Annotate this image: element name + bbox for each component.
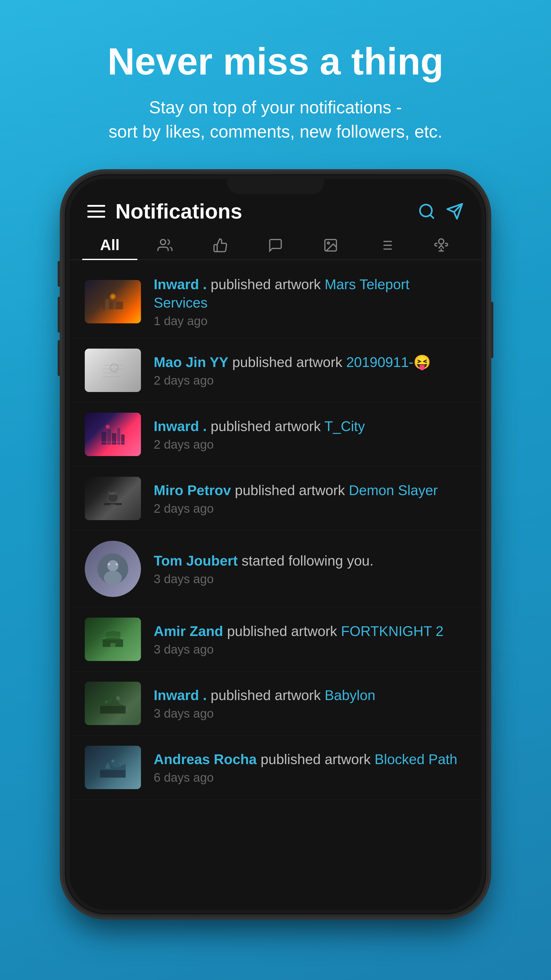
- promo-subtitle: Stay on top of your notifications -sort …: [107, 95, 444, 144]
- notification-action: published artwork: [235, 482, 349, 498]
- artwork-detail: [85, 348, 141, 392]
- artwork-thumbnail: [85, 280, 141, 323]
- notification-text: Andreas Rocha published artwork Blocked …: [154, 750, 466, 769]
- notification-action: published artwork: [261, 751, 374, 767]
- notification-action: published artwork: [211, 418, 324, 434]
- svg-point-29: [106, 425, 110, 429]
- notification-text: Inward . published artwork Babylon: [154, 686, 466, 705]
- notification-time: 3 days ago: [154, 642, 466, 656]
- artwork-thumbnail: [85, 348, 141, 392]
- notification-item[interactable]: Inward . published artwork T_City 2 days…: [70, 402, 481, 466]
- notification-username: Mao Jin YY: [154, 354, 228, 370]
- notification-text: Mao Jin YY published artwork 20190911-😝: [154, 353, 466, 372]
- notification-time: 6 days ago: [154, 770, 466, 784]
- tab-awards[interactable]: [414, 238, 469, 258]
- notification-username: Andreas Rocha: [154, 751, 256, 767]
- svg-rect-41: [100, 706, 126, 714]
- notification-text-block: Miro Petrov published artwork Demon Slay…: [154, 481, 466, 516]
- tabs-bar: All: [70, 231, 481, 260]
- svg-point-45: [111, 759, 115, 762]
- app-screen: Notifications: [70, 179, 481, 910]
- notification-time: 3 days ago: [154, 706, 466, 721]
- notification-text-block: Inward . published artwork T_City 2 days…: [154, 417, 466, 452]
- notification-username: Miro Petrov: [154, 482, 231, 498]
- svg-point-43: [105, 701, 108, 703]
- artwork-thumbnail: [85, 617, 141, 661]
- svg-text:MOGI: MOGI: [111, 504, 115, 505]
- user-avatar: [85, 541, 141, 597]
- svg-point-13: [439, 239, 444, 244]
- svg-rect-28: [121, 434, 124, 445]
- artwork-detail: [85, 617, 141, 661]
- notification-item[interactable]: Andreas Rocha published artwork Blocked …: [70, 735, 481, 800]
- notification-time: 1 day ago: [154, 314, 466, 328]
- notification-username: Inward .: [154, 277, 207, 292]
- volume-silent-button: [58, 261, 63, 286]
- notification-username: Tom Joubert: [154, 553, 238, 569]
- notification-time: 2 days ago: [154, 373, 466, 387]
- tab-comments[interactable]: [248, 238, 303, 258]
- tab-followers[interactable]: [137, 238, 193, 258]
- svg-rect-26: [112, 433, 116, 445]
- tab-likes[interactable]: [193, 238, 248, 258]
- notification-item[interactable]: Tom Joubert started following you. 3 day…: [70, 531, 481, 608]
- notification-text-block: Inward . published artwork Mars Teleport…: [154, 275, 466, 328]
- tab-feed[interactable]: [358, 238, 413, 258]
- phone-frame: Notifications: [65, 174, 486, 915]
- svg-point-4: [161, 240, 166, 245]
- notification-text: Inward . published artwork T_City: [154, 417, 466, 436]
- svg-point-38: [116, 563, 118, 565]
- notification-text-block: Inward . published artwork Babylon 3 day…: [154, 686, 466, 721]
- tab-all-label: All: [100, 236, 120, 254]
- notification-artwork: FORTKNIGHT 2: [341, 623, 444, 639]
- artwork-detail: [85, 280, 141, 323]
- notification-text: Miro Petrov published artwork Demon Slay…: [154, 481, 466, 500]
- notification-artwork: Blocked Path: [374, 751, 457, 767]
- notification-artwork: Babylon: [325, 687, 375, 703]
- notification-action: published artwork: [211, 277, 325, 292]
- svg-point-6: [328, 242, 330, 244]
- notification-text: Tom Joubert started following you.: [154, 552, 466, 570]
- notification-item[interactable]: Inward . published artwork Mars Teleport…: [70, 265, 481, 339]
- phone-device: Notifications: [65, 174, 486, 915]
- header-actions: [418, 202, 464, 220]
- notification-item[interactable]: Mao Jin YY published artwork 20190911-😝 …: [70, 339, 481, 402]
- artwork-detail: [85, 413, 141, 456]
- tab-gallery[interactable]: [303, 238, 358, 258]
- svg-point-42: [116, 696, 120, 700]
- svg-point-35: [107, 560, 118, 571]
- notification-item[interactable]: Amir Zand published artwork FORTKNIGHT 2…: [70, 608, 481, 671]
- notification-text: Inward . published artwork Mars Teleport…: [154, 275, 466, 312]
- notification-item[interactable]: Inward . published artwork Babylon 3 day…: [70, 671, 481, 735]
- page-title: Notifications: [115, 199, 418, 223]
- volume-up-button: [58, 297, 63, 332]
- artwork-thumbnail: [85, 746, 141, 789]
- volume-down-button: [58, 340, 63, 376]
- notification-item[interactable]: MOGI Miro Petrov published artwork Demon…: [70, 466, 481, 531]
- notification-text-block: Mao Jin YY published artwork 20190911-😝 …: [154, 353, 466, 388]
- artwork-detail: MOGI: [85, 477, 141, 520]
- notification-username: Amir Zand: [154, 623, 223, 639]
- svg-rect-24: [101, 432, 107, 445]
- artwork-detail: [85, 746, 141, 789]
- notification-text: Amir Zand published artwork FORTKNIGHT 2: [154, 622, 466, 641]
- artwork-thumbnail: MOGI: [85, 477, 141, 520]
- notification-action: published artwork: [227, 623, 341, 639]
- avatar-image: [85, 541, 141, 597]
- send-icon[interactable]: [446, 202, 464, 220]
- phone-screen: Notifications: [70, 179, 481, 910]
- promo-title: Never miss a thing: [107, 41, 444, 83]
- notification-time: 2 days ago: [154, 501, 466, 515]
- notification-time: 2 days ago: [154, 438, 466, 452]
- notification-username: Inward .: [154, 687, 207, 703]
- artwork-detail: [85, 682, 141, 725]
- svg-point-18: [111, 295, 115, 298]
- search-icon[interactable]: [418, 202, 436, 220]
- notification-artwork: 20190911-😝: [346, 354, 431, 370]
- notification-text-block: Tom Joubert started following you. 3 day…: [154, 552, 466, 586]
- notification-action: published artwork: [211, 687, 325, 703]
- notification-text-block: Andreas Rocha published artwork Blocked …: [154, 750, 466, 785]
- tab-all[interactable]: All: [82, 236, 137, 260]
- notification-time: 3 days ago: [154, 572, 466, 586]
- menu-icon[interactable]: [87, 205, 105, 218]
